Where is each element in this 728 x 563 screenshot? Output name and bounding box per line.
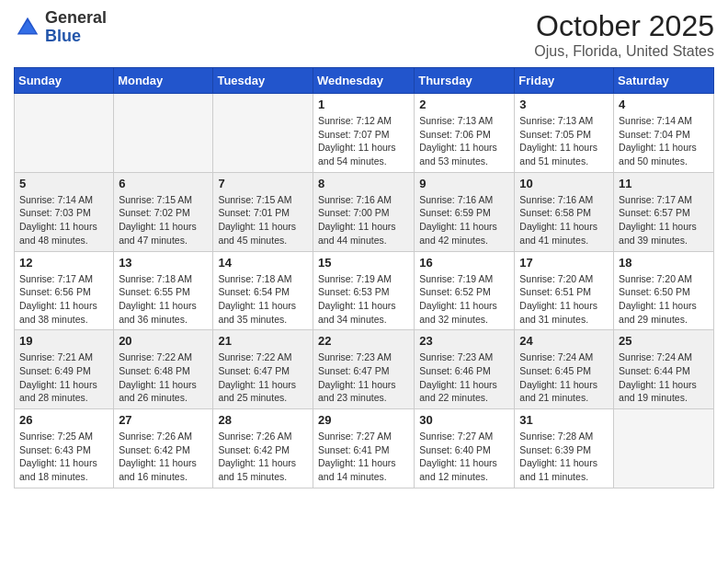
calendar-cell: 4Sunrise: 7:14 AM Sunset: 7:04 PM Daylig… — [614, 94, 714, 173]
calendar-cell: 11Sunrise: 7:17 AM Sunset: 6:57 PM Dayli… — [614, 172, 714, 251]
day-info: Sunrise: 7:22 AM Sunset: 6:47 PM Dayligh… — [218, 350, 308, 405]
day-number: 28 — [218, 413, 308, 427]
calendar-cell: 12Sunrise: 7:17 AM Sunset: 6:56 PM Dayli… — [15, 251, 114, 330]
weekday-header-wednesday: Wednesday — [313, 68, 414, 94]
logo-text: General Blue — [45, 9, 107, 46]
calendar-cell: 3Sunrise: 7:13 AM Sunset: 7:05 PM Daylig… — [515, 94, 614, 173]
weekday-header-sunday: Sunday — [15, 68, 114, 94]
day-info: Sunrise: 7:18 AM Sunset: 6:55 PM Dayligh… — [119, 272, 208, 327]
day-number: 1 — [318, 98, 409, 111]
day-number: 10 — [519, 177, 609, 190]
calendar-cell: 27Sunrise: 7:26 AM Sunset: 6:42 PM Dayli… — [114, 409, 213, 488]
calendar-cell: 17Sunrise: 7:20 AM Sunset: 6:51 PM Dayli… — [515, 251, 614, 330]
calendar-cell: 24Sunrise: 7:24 AM Sunset: 6:45 PM Dayli… — [515, 330, 614, 409]
day-number: 26 — [19, 413, 108, 427]
day-info: Sunrise: 7:12 AM Sunset: 7:07 PM Dayligh… — [318, 114, 409, 168]
day-number: 11 — [619, 177, 709, 190]
calendar-cell: 6Sunrise: 7:15 AM Sunset: 7:02 PM Daylig… — [114, 172, 213, 251]
day-number: 14 — [218, 256, 308, 270]
calendar-cell: 25Sunrise: 7:24 AM Sunset: 6:44 PM Dayli… — [614, 330, 714, 409]
day-info: Sunrise: 7:16 AM Sunset: 6:58 PM Dayligh… — [519, 193, 609, 247]
day-info: Sunrise: 7:16 AM Sunset: 7:00 PM Dayligh… — [318, 193, 409, 247]
calendar-cell: 13Sunrise: 7:18 AM Sunset: 6:55 PM Dayli… — [114, 251, 213, 330]
calendar-cell: 23Sunrise: 7:23 AM Sunset: 6:46 PM Dayli… — [415, 330, 515, 409]
day-number: 5 — [19, 177, 108, 190]
day-info: Sunrise: 7:13 AM Sunset: 7:06 PM Dayligh… — [419, 114, 509, 168]
calendar-week-row: 12Sunrise: 7:17 AM Sunset: 6:56 PM Dayli… — [15, 251, 714, 330]
day-info: Sunrise: 7:19 AM Sunset: 6:52 PM Dayligh… — [419, 272, 509, 327]
day-info: Sunrise: 7:15 AM Sunset: 7:01 PM Dayligh… — [218, 193, 308, 247]
calendar-week-row: 1Sunrise: 7:12 AM Sunset: 7:07 PM Daylig… — [15, 94, 714, 173]
calendar-cell: 9Sunrise: 7:16 AM Sunset: 6:59 PM Daylig… — [415, 172, 515, 251]
day-info: Sunrise: 7:28 AM Sunset: 6:39 PM Dayligh… — [519, 430, 609, 484]
calendar-cell: 21Sunrise: 7:22 AM Sunset: 6:47 PM Dayli… — [213, 330, 313, 409]
day-info: Sunrise: 7:17 AM Sunset: 6:56 PM Dayligh… — [19, 272, 108, 327]
day-info: Sunrise: 7:24 AM Sunset: 6:44 PM Dayligh… — [619, 350, 709, 405]
weekday-header-friday: Friday — [515, 68, 614, 94]
calendar-cell: 5Sunrise: 7:14 AM Sunset: 7:03 PM Daylig… — [15, 172, 114, 251]
logo-general: General — [45, 9, 107, 28]
day-info: Sunrise: 7:23 AM Sunset: 6:46 PM Dayligh… — [419, 350, 509, 405]
day-number: 18 — [619, 256, 709, 270]
calendar-cell: 19Sunrise: 7:21 AM Sunset: 6:49 PM Dayli… — [15, 330, 114, 409]
calendar-cell: 10Sunrise: 7:16 AM Sunset: 6:58 PM Dayli… — [515, 172, 614, 251]
day-number: 13 — [119, 256, 208, 270]
day-number: 8 — [318, 177, 409, 190]
day-number: 24 — [519, 334, 609, 348]
day-number: 16 — [419, 256, 509, 270]
day-number: 29 — [318, 413, 409, 427]
calendar-week-row: 5Sunrise: 7:14 AM Sunset: 7:03 PM Daylig… — [15, 172, 714, 251]
logo: General Blue — [14, 9, 107, 46]
weekday-header-tuesday: Tuesday — [213, 68, 313, 94]
calendar-cell — [614, 409, 714, 488]
calendar-cell: 18Sunrise: 7:20 AM Sunset: 6:50 PM Dayli… — [614, 251, 714, 330]
day-number: 9 — [419, 177, 509, 190]
calendar-cell: 26Sunrise: 7:25 AM Sunset: 6:43 PM Dayli… — [15, 409, 114, 488]
calendar-cell: 16Sunrise: 7:19 AM Sunset: 6:52 PM Dayli… — [415, 251, 515, 330]
day-info: Sunrise: 7:21 AM Sunset: 6:49 PM Dayligh… — [19, 350, 108, 405]
calendar-cell: 8Sunrise: 7:16 AM Sunset: 7:00 PM Daylig… — [313, 172, 414, 251]
title-block: October 2025 Ojus, Florida, United State… — [534, 9, 714, 60]
logo-icon — [14, 14, 41, 41]
day-info: Sunrise: 7:19 AM Sunset: 6:53 PM Dayligh… — [318, 272, 409, 327]
day-info: Sunrise: 7:24 AM Sunset: 6:45 PM Dayligh… — [519, 350, 609, 405]
calendar-cell — [15, 94, 114, 173]
day-info: Sunrise: 7:26 AM Sunset: 6:42 PM Dayligh… — [218, 430, 308, 484]
day-number: 4 — [619, 98, 709, 111]
day-number: 23 — [419, 334, 509, 348]
calendar-cell: 14Sunrise: 7:18 AM Sunset: 6:54 PM Dayli… — [213, 251, 313, 330]
day-number: 3 — [519, 98, 609, 111]
day-info: Sunrise: 7:20 AM Sunset: 6:51 PM Dayligh… — [519, 272, 609, 327]
location-title: Ojus, Florida, United States — [534, 43, 714, 60]
day-info: Sunrise: 7:18 AM Sunset: 6:54 PM Dayligh… — [218, 272, 308, 327]
logo-blue: Blue — [45, 28, 107, 46]
day-number: 15 — [318, 256, 409, 270]
day-info: Sunrise: 7:26 AM Sunset: 6:42 PM Dayligh… — [119, 430, 208, 484]
calendar-cell: 15Sunrise: 7:19 AM Sunset: 6:53 PM Dayli… — [313, 251, 414, 330]
calendar-week-row: 19Sunrise: 7:21 AM Sunset: 6:49 PM Dayli… — [15, 330, 714, 409]
day-info: Sunrise: 7:13 AM Sunset: 7:05 PM Dayligh… — [519, 114, 609, 168]
day-number: 6 — [119, 177, 208, 190]
calendar-cell: 22Sunrise: 7:23 AM Sunset: 6:47 PM Dayli… — [313, 330, 414, 409]
day-number: 25 — [619, 334, 709, 348]
day-number: 19 — [19, 334, 108, 348]
calendar-cell: 7Sunrise: 7:15 AM Sunset: 7:01 PM Daylig… — [213, 172, 313, 251]
day-number: 22 — [318, 334, 409, 348]
calendar-cell: 2Sunrise: 7:13 AM Sunset: 7:06 PM Daylig… — [415, 94, 515, 173]
day-number: 12 — [19, 256, 108, 270]
day-number: 7 — [218, 177, 308, 190]
day-number: 17 — [519, 256, 609, 270]
weekday-header-saturday: Saturday — [614, 68, 714, 94]
weekday-header-row: SundayMondayTuesdayWednesdayThursdayFrid… — [15, 68, 714, 94]
day-info: Sunrise: 7:14 AM Sunset: 7:03 PM Dayligh… — [19, 193, 108, 247]
day-info: Sunrise: 7:23 AM Sunset: 6:47 PM Dayligh… — [318, 350, 409, 405]
calendar-cell: 31Sunrise: 7:28 AM Sunset: 6:39 PM Dayli… — [515, 409, 614, 488]
day-number: 20 — [119, 334, 208, 348]
day-info: Sunrise: 7:27 AM Sunset: 6:40 PM Dayligh… — [419, 430, 509, 484]
day-info: Sunrise: 7:17 AM Sunset: 6:57 PM Dayligh… — [619, 193, 709, 247]
day-info: Sunrise: 7:14 AM Sunset: 7:04 PM Dayligh… — [619, 114, 709, 168]
month-title: October 2025 — [534, 9, 714, 43]
calendar-cell — [213, 94, 313, 173]
calendar-week-row: 26Sunrise: 7:25 AM Sunset: 6:43 PM Dayli… — [15, 409, 714, 488]
calendar-cell: 1Sunrise: 7:12 AM Sunset: 7:07 PM Daylig… — [313, 94, 414, 173]
